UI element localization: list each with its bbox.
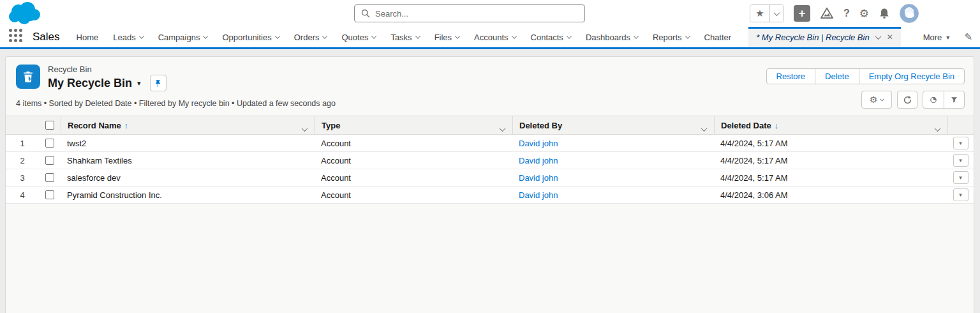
chevron-down-icon[interactable] — [567, 33, 572, 38]
row-checkbox[interactable] — [45, 190, 54, 199]
nav-tab-tasks[interactable]: Tasks — [390, 33, 419, 42]
chevron-down-icon[interactable] — [138, 33, 144, 38]
filter-button[interactable] — [944, 91, 964, 108]
list-view-settings-button[interactable]: ⚙ — [861, 91, 892, 109]
nav-tab-contacts[interactable]: Contacts — [531, 33, 571, 42]
nav-tab-quotes[interactable]: Quotes — [341, 33, 376, 42]
chevron-down-icon[interactable] — [203, 33, 208, 38]
table-row: 2 Shahkam Textiles Account David john 4/… — [6, 152, 974, 169]
favorites-dropdown-icon[interactable] — [769, 5, 783, 22]
charts-button[interactable] — [923, 91, 944, 108]
sort-asc-icon: ↑ — [124, 121, 129, 130]
chevron-down-icon[interactable] — [511, 33, 516, 38]
nav-tab-dashboards[interactable]: Dashboards — [586, 33, 638, 42]
close-icon[interactable]: ✕ — [887, 33, 893, 42]
row-actions-header — [947, 116, 974, 134]
nav-tab-my-recycle-bin-active[interactable]: * My Recycle Bin | Recycle Bin ✕ — [748, 27, 901, 47]
deleted-date-cell: 4/4/2024, 5:17 AM — [714, 173, 947, 183]
table-row: 4 Pyramid Construction Inc. Account Davi… — [6, 187, 974, 204]
global-actions-plus-icon[interactable]: + — [794, 5, 810, 22]
chevron-down-icon[interactable] — [875, 33, 881, 40]
global-search[interactable] — [354, 4, 585, 22]
row-number: 1 — [6, 139, 39, 148]
chevron-down-icon[interactable] — [371, 33, 376, 38]
nav-tab-leads[interactable]: Leads — [113, 33, 143, 42]
chevron-down-icon — [774, 10, 780, 16]
nav-tab-accounts[interactable]: Accounts — [474, 33, 516, 42]
column-menu-chevron-icon[interactable] — [935, 124, 940, 134]
row-actions-button[interactable]: ▾ — [953, 137, 969, 149]
nav-tab-home[interactable]: Home — [77, 33, 99, 42]
type-cell: Account — [315, 139, 512, 148]
column-header-deleted-date[interactable]: Deleted Date ↓ — [714, 116, 947, 134]
user-avatar[interactable] — [900, 4, 919, 23]
row-checkbox[interactable] — [45, 173, 54, 182]
nav-tab-campaigns[interactable]: Campaigns — [158, 33, 208, 42]
deleted-by-link[interactable]: David john — [519, 156, 558, 165]
chevron-down-icon[interactable] — [685, 33, 690, 38]
column-header-record-name[interactable]: Record Name ↑ — [61, 116, 315, 134]
column-menu-chevron-icon[interactable] — [702, 124, 706, 134]
select-all-header — [39, 116, 61, 134]
nav-tab-orders[interactable]: Orders — [294, 33, 327, 42]
deleted-date-cell: 4/4/2024, 5:17 AM — [714, 139, 947, 148]
list-status-line: 4 items • Sorted by Deleted Date • Filte… — [16, 99, 336, 108]
nav-tab-reports[interactable]: Reports — [653, 33, 690, 42]
search-input[interactable] — [375, 9, 578, 19]
chevron-down-icon[interactable] — [634, 33, 639, 38]
row-number-header — [6, 116, 39, 134]
deleted-by-link[interactable]: David john — [519, 190, 558, 200]
select-all-checkbox[interactable] — [45, 121, 54, 130]
notifications-bell-icon[interactable] — [879, 8, 890, 19]
chevron-down-icon[interactable] — [322, 33, 327, 38]
pin-list-view-button[interactable] — [150, 75, 167, 91]
deleted-by-link[interactable]: David john — [519, 139, 558, 148]
record-name-cell: Shahkam Textiles — [61, 156, 315, 165]
table-row: 3 salesforce dev Account David john 4/4/… — [6, 169, 974, 187]
chevron-down-icon[interactable] — [455, 33, 460, 38]
row-actions-button[interactable]: ▾ — [953, 154, 969, 167]
app-name[interactable]: Sales — [33, 31, 60, 43]
list-view-selector-caret-icon[interactable]: ▾ — [137, 79, 141, 88]
empty-org-recycle-bin-button[interactable]: Empty Org Recycle Bin — [859, 68, 965, 84]
entity-label: Recycle Bin — [48, 65, 167, 74]
row-number: 2 — [6, 156, 39, 165]
nav-tab-files[interactable]: Files — [434, 33, 459, 42]
record-name-cell: Pyramid Construction Inc. — [61, 190, 315, 200]
nav-tab-opportunities[interactable]: Opportunities — [222, 33, 279, 42]
app-launcher-icon[interactable] — [9, 29, 22, 45]
list-view-header: Recycle Bin My Recycle Bin ▾ 4 items • S… — [6, 57, 974, 116]
chevron-down-icon[interactable] — [415, 33, 420, 38]
setup-gear-icon[interactable]: ⚙ — [859, 7, 869, 20]
row-actions-button[interactable]: ▾ — [953, 171, 969, 184]
row-actions-button[interactable]: ▾ — [953, 188, 969, 201]
gear-icon: ⚙ — [870, 95, 878, 105]
row-number: 3 — [6, 173, 39, 183]
trash-icon — [21, 70, 35, 84]
row-checkbox[interactable] — [45, 139, 54, 148]
row-checkbox[interactable] — [45, 156, 54, 165]
help-icon[interactable]: ? — [843, 8, 850, 19]
column-header-type[interactable]: Type — [315, 116, 512, 134]
restore-button[interactable]: Restore — [766, 68, 816, 84]
deleted-by-link[interactable]: David john — [519, 173, 558, 183]
favorites-star-icon[interactable]: ★ — [750, 5, 769, 22]
nav-tabs: Home Leads Campaigns Opportunities Order… — [77, 27, 980, 47]
edit-nav-pencil-icon[interactable]: ✎ — [964, 31, 972, 43]
type-cell: Account — [315, 190, 512, 200]
nav-more-menu[interactable]: More ▾ — [923, 33, 950, 42]
nav-tab-chatter[interactable]: Chatter — [704, 33, 732, 42]
chevron-down-icon — [880, 96, 884, 101]
column-menu-chevron-icon[interactable] — [302, 124, 307, 134]
salesforce-logo — [8, 1, 43, 28]
refresh-button[interactable] — [897, 91, 917, 109]
guidance-trailhead-icon[interactable] — [820, 7, 834, 20]
pin-icon — [154, 79, 162, 88]
column-header-deleted-by[interactable]: Deleted By — [512, 116, 714, 134]
chevron-down-icon[interactable] — [274, 33, 279, 38]
table-header-row: Record Name ↑ Type Deleted By Deleted Da… — [6, 116, 974, 135]
table-row: 1 twst2 Account David john 4/4/2024, 5:1… — [6, 135, 974, 152]
column-menu-chevron-icon[interactable] — [500, 124, 505, 134]
delete-button[interactable]: Delete — [815, 68, 859, 84]
page-title: My Recycle Bin — [48, 77, 132, 90]
